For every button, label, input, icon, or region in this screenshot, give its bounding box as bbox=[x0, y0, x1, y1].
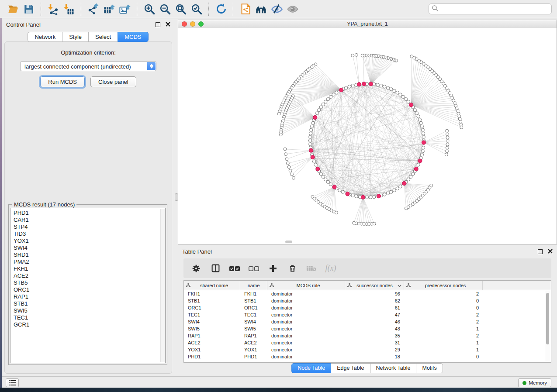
close-panel-button[interactable]: Close panel bbox=[90, 76, 136, 87]
mcds-result-item[interactable]: ORC1 bbox=[10, 286, 165, 293]
table-row[interactable]: SWI4SWI4dominator462 bbox=[184, 318, 551, 325]
zoom-in-icon[interactable] bbox=[143, 3, 156, 16]
table-row[interactable]: FKH1FKH1dominator962 bbox=[184, 290, 551, 297]
dominator-node[interactable] bbox=[313, 116, 317, 120]
mcds-result-item[interactable]: RAP1 bbox=[10, 293, 165, 300]
dominator-node[interactable] bbox=[332, 185, 336, 189]
table-scrollbar-thumb[interactable] bbox=[546, 293, 549, 344]
table-row[interactable]: SWI5SWI5connector431 bbox=[184, 325, 551, 332]
import-network-icon[interactable] bbox=[47, 3, 60, 16]
run-mcds-button[interactable]: Run MCDS bbox=[40, 76, 85, 87]
export-network-icon[interactable] bbox=[87, 3, 100, 16]
dominator-node[interactable] bbox=[402, 182, 406, 186]
network-canvas[interactable] bbox=[178, 28, 557, 244]
dominator-node[interactable] bbox=[414, 167, 418, 171]
new-network-from-selection-icon[interactable] bbox=[239, 3, 252, 16]
dominator-node[interactable] bbox=[339, 88, 343, 92]
network-graph[interactable] bbox=[178, 28, 557, 244]
refresh-layout-icon[interactable] bbox=[214, 3, 228, 16]
mcds-result-item[interactable]: PHD1 bbox=[10, 210, 165, 217]
dominator-node[interactable] bbox=[316, 167, 320, 171]
dominator-node[interactable] bbox=[311, 155, 315, 159]
create-column-icon[interactable] bbox=[266, 261, 280, 276]
mcds-result-item[interactable]: FKH1 bbox=[10, 265, 165, 272]
tab-network[interactable]: Network bbox=[28, 32, 62, 42]
tab-network-table[interactable]: Network Table bbox=[370, 363, 417, 373]
mcds-result-item[interactable]: STB1 bbox=[10, 300, 165, 307]
float-panel-icon[interactable] bbox=[156, 22, 160, 27]
search-input[interactable] bbox=[439, 6, 549, 13]
column-header-successor-nodes[interactable]: successor nodes bbox=[345, 281, 404, 290]
tab-node-table[interactable]: Node Table bbox=[291, 363, 331, 373]
mcds-result-item[interactable]: TEC1 bbox=[10, 314, 165, 321]
table-row[interactable]: ORC1ORC1dominator610 bbox=[184, 304, 551, 311]
tab-select[interactable]: Select bbox=[88, 32, 118, 42]
dominator-node[interactable] bbox=[369, 82, 373, 86]
zoom-out-icon[interactable] bbox=[159, 3, 172, 16]
table-scrollbar[interactable] bbox=[545, 291, 550, 361]
table-row[interactable]: PHD1PHD1dominator180 bbox=[184, 353, 551, 360]
tab-style[interactable]: Style bbox=[62, 32, 89, 42]
show-all-icon[interactable] bbox=[286, 3, 299, 16]
network-window-titlebar[interactable]: YPA_prune.txt_1 bbox=[178, 20, 557, 28]
dominator-node[interactable] bbox=[362, 82, 366, 86]
column-header-shared-name[interactable]: shared name bbox=[184, 281, 240, 290]
close-panel-icon[interactable] bbox=[548, 248, 553, 255]
table-row[interactable]: RAP1RAP1dominator352 bbox=[184, 332, 551, 339]
dominator-node[interactable] bbox=[357, 83, 361, 86]
network-hscroll-thumb[interactable] bbox=[285, 241, 292, 243]
show-column-panel-icon[interactable] bbox=[208, 261, 223, 276]
table-row[interactable]: STB1STB1dominator620 bbox=[184, 297, 551, 304]
search-field[interactable] bbox=[429, 3, 552, 14]
column-header-name[interactable]: name bbox=[240, 281, 267, 290]
dominator-node[interactable] bbox=[422, 141, 426, 144]
mcds-result-item[interactable]: ACE2 bbox=[10, 272, 165, 279]
mcds-result-list[interactable]: PHD1CAR1STP4TID3YOX1SWI4SRD1PMA2FKH1ACE2… bbox=[10, 208, 166, 363]
delete-column-trash-icon[interactable] bbox=[285, 261, 300, 276]
node-table[interactable]: shared namenameMCDS rolesuccessor nodesp… bbox=[183, 280, 551, 363]
export-image-icon[interactable] bbox=[118, 3, 131, 16]
mcds-result-item[interactable]: CAR1 bbox=[10, 217, 165, 224]
dominator-node[interactable] bbox=[409, 103, 413, 107]
float-panel-icon[interactable] bbox=[538, 249, 543, 254]
mcds-result-item[interactable]: TID3 bbox=[10, 230, 165, 237]
dominator-node[interactable] bbox=[361, 195, 365, 199]
export-table-icon[interactable] bbox=[103, 3, 116, 16]
mcds-result-item[interactable]: SRD1 bbox=[10, 251, 165, 258]
mcds-result-item[interactable]: GCR1 bbox=[10, 321, 165, 328]
dominator-node[interactable] bbox=[346, 192, 349, 196]
dominator-node[interactable] bbox=[309, 148, 313, 152]
tab-motifs[interactable]: Motifs bbox=[416, 363, 443, 373]
column-header-MCDS-role[interactable]: MCDS role bbox=[267, 281, 345, 290]
hide-selected-icon[interactable] bbox=[270, 3, 284, 16]
mcds-result-item[interactable]: STB5 bbox=[10, 279, 165, 286]
save-session-icon[interactable] bbox=[22, 3, 35, 16]
memory-button[interactable]: Memory bbox=[518, 378, 551, 387]
dominator-node[interactable] bbox=[418, 159, 422, 163]
mcds-result-item[interactable]: PMA2 bbox=[10, 258, 165, 265]
import-table-icon[interactable] bbox=[62, 3, 76, 16]
list-scrollbar[interactable] bbox=[160, 209, 165, 362]
tab-edge-table[interactable]: Edge Table bbox=[331, 363, 370, 373]
mcds-result-item[interactable]: STP4 bbox=[10, 224, 165, 230]
first-neighbors-icon[interactable] bbox=[255, 3, 268, 16]
zoom-fit-icon[interactable] bbox=[174, 3, 187, 16]
mcds-result-item[interactable]: SWI4 bbox=[10, 244, 165, 251]
tab-mcds[interactable]: MCDS bbox=[118, 32, 148, 42]
mcds-result-item[interactable]: YOX1 bbox=[10, 237, 165, 244]
table-row[interactable]: YOX1YOX1connector291 bbox=[184, 346, 551, 353]
dominator-node[interactable] bbox=[377, 194, 381, 198]
unselect-all-columns-icon[interactable] bbox=[246, 261, 261, 276]
criterion-dropdown[interactable]: largest connected component (undirected) bbox=[20, 61, 156, 71]
open-file-icon[interactable] bbox=[7, 3, 20, 16]
table-row[interactable]: ACE2ACE2connector311 bbox=[184, 339, 551, 346]
mcds-result-item[interactable]: SWI5 bbox=[10, 307, 165, 314]
panel-splitter[interactable] bbox=[175, 20, 178, 376]
table-row[interactable]: TEC1TEC1connector472 bbox=[184, 311, 551, 318]
task-history-button[interactable] bbox=[6, 378, 19, 387]
select-all-columns-icon[interactable] bbox=[227, 261, 242, 276]
table-settings-gear-icon[interactable] bbox=[189, 261, 204, 276]
zoom-selected-icon[interactable] bbox=[190, 3, 203, 16]
close-panel-icon[interactable] bbox=[166, 21, 170, 28]
column-header-predecessor-nodes[interactable]: predecessor nodes bbox=[404, 281, 483, 290]
